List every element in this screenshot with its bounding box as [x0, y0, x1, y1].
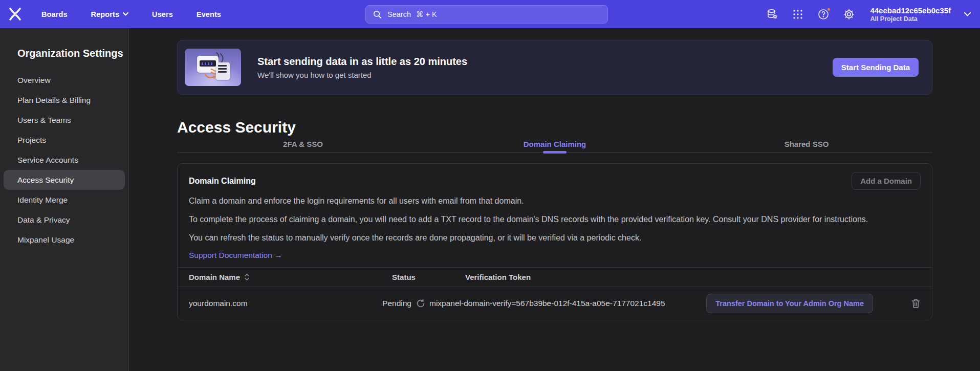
sidebar-item-mixpanel-usage[interactable]: Mixpanel Usage: [4, 230, 125, 250]
search-shortcut: ⌘ + K: [416, 10, 437, 18]
verification-token-cell: mixpanel-domain-verify=567b39be-012f-415…: [429, 299, 706, 308]
settings-gear-icon[interactable]: [842, 8, 856, 21]
nav-right-cluster: 44eebad12c65eb0c35f All Project Data: [766, 6, 980, 23]
nav-item-label: Events: [197, 10, 221, 18]
help-icon[interactable]: [817, 8, 830, 21]
sidebar-item-overview[interactable]: Overview: [4, 70, 125, 90]
access-security-tabs: 2FA & SSO Domain Claiming Shared SSO: [177, 137, 932, 152]
tab-domain-claiming[interactable]: Domain Claiming: [429, 137, 681, 152]
card-title: Domain Claiming: [189, 172, 256, 186]
transfer-domain-button[interactable]: Transfer Domain to Your Admin Org Name: [706, 294, 873, 313]
top-nav: Boards Reports Users Events Search ⌘ + K: [0, 0, 980, 28]
org-settings-sidebar: Organization Settings Overview Plan Deta…: [0, 28, 129, 371]
add-domain-button[interactable]: Add a Domain: [852, 172, 921, 190]
column-header-label: Domain Name: [189, 273, 240, 281]
card-description-3: You can refresh the status to manually v…: [189, 232, 921, 244]
chevron-down-icon: [964, 12, 971, 16]
apps-grid-icon[interactable]: [791, 8, 804, 21]
search-label: Search: [387, 10, 411, 18]
sidebar-item-data-privacy[interactable]: Data & Privacy: [4, 210, 125, 230]
main-content: Start sending data in as little as 20 mi…: [129, 28, 980, 371]
banner-subtitle: We'll show you how to get started: [257, 71, 467, 79]
trash-icon: [911, 298, 921, 309]
table-row: yourdomain.com Pending mixpanel-domain-v…: [178, 287, 932, 320]
nav-item-label: Reports: [91, 10, 120, 18]
page-title: Access Security: [177, 118, 932, 137]
column-header-verification-token: Verification Token: [429, 273, 921, 281]
start-sending-data-button[interactable]: Start Sending Data: [833, 58, 919, 77]
tab-2fa-sso[interactable]: 2FA & SSO: [177, 137, 429, 152]
support-documentation-link[interactable]: Support Documentation →: [189, 251, 282, 260]
column-header-status: Status: [378, 273, 429, 281]
onboarding-banner: Start sending data in as little as 20 mi…: [177, 40, 932, 95]
sidebar-title: Organization Settings: [17, 48, 128, 59]
search-icon: [373, 10, 382, 19]
nav-item-events[interactable]: Events: [197, 10, 221, 18]
nav-item-reports[interactable]: Reports: [91, 10, 129, 18]
org-switcher[interactable]: 44eebad12c65eb0c35f All Project Data: [870, 6, 971, 23]
nav-item-label: Boards: [41, 10, 68, 18]
tab-shared-sso[interactable]: Shared SSO: [681, 137, 932, 152]
primary-nav: Boards Reports Users Events: [41, 10, 221, 18]
sidebar-item-access-security[interactable]: Access Security: [4, 170, 125, 190]
org-project-label: All Project Data: [870, 15, 951, 23]
domain-name-cell: yourdomain.com: [189, 299, 378, 308]
org-id: 44eebad12c65eb0c35f: [870, 6, 951, 15]
domains-table: Domain Name Status Verification Token yo…: [178, 267, 932, 320]
banner-title: Start sending data in as little as 20 mi…: [257, 56, 467, 68]
column-header-domain-name[interactable]: Domain Name: [189, 273, 378, 281]
card-description-1: Claim a domain and enforce the login req…: [189, 195, 921, 207]
banner-text: Start sending data in as little as 20 mi…: [257, 56, 467, 79]
sidebar-item-plan-details-billing[interactable]: Plan Details & Billing: [4, 90, 125, 110]
sidebar-item-identity-merge[interactable]: Identity Merge: [4, 190, 125, 210]
status-text: Pending: [382, 299, 411, 308]
nav-item-boards[interactable]: Boards: [41, 10, 68, 18]
data-management-icon[interactable]: [766, 8, 779, 21]
sort-icon: [245, 274, 249, 280]
mixpanel-logo-icon[interactable]: [8, 7, 22, 21]
card-description-2: To complete the process of claiming a do…: [189, 214, 921, 225]
devices-illustration: [185, 49, 241, 86]
domains-table-header: Domain Name Status Verification Token: [178, 268, 932, 287]
domain-claiming-card: Domain Claiming Add a Domain Claim a dom…: [177, 163, 932, 320]
delete-domain-button[interactable]: [911, 298, 921, 309]
sidebar-item-projects[interactable]: Projects: [4, 130, 125, 150]
refresh-icon: [416, 299, 425, 308]
sidebar-item-service-accounts[interactable]: Service Accounts: [4, 150, 125, 170]
chevron-down-icon: [123, 12, 128, 16]
nav-item-label: Users: [152, 10, 173, 18]
refresh-status-button[interactable]: [416, 299, 425, 308]
status-cell: Pending: [378, 299, 429, 308]
search-input[interactable]: Search ⌘ + K: [365, 5, 608, 24]
nav-item-users[interactable]: Users: [152, 10, 173, 18]
sidebar-item-users-teams[interactable]: Users & Teams: [4, 110, 125, 130]
notification-dot: [826, 7, 831, 12]
